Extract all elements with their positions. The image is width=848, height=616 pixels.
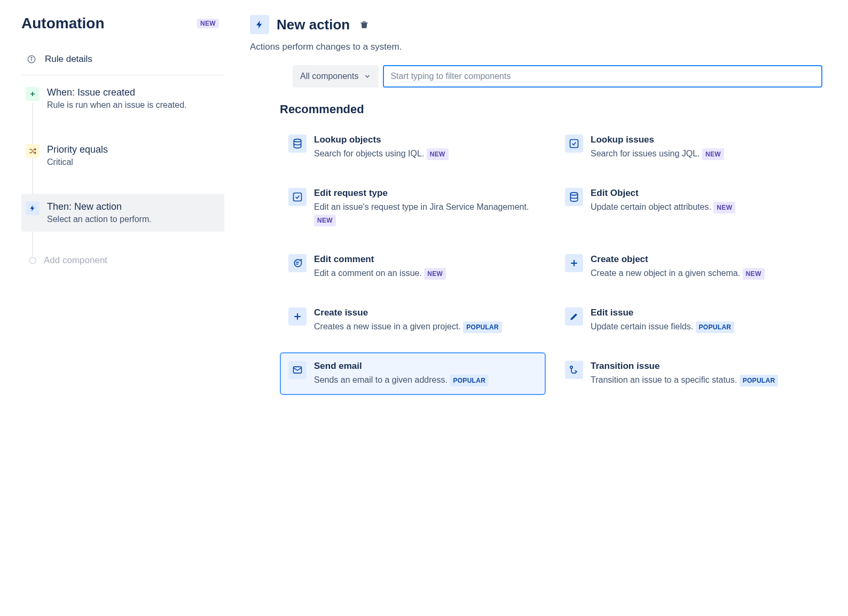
action-title: Edit request type — [314, 188, 537, 199]
action-desc: Creates a new issue in a given project. … — [314, 320, 502, 333]
page-title: Automation — [21, 15, 105, 32]
action-card[interactable]: Edit commentEdit a comment on an issue. … — [280, 246, 546, 288]
action-card[interactable]: Send emailSends an email to a given addr… — [280, 352, 546, 395]
action-desc: Update certain issue fields. POPULAR — [591, 320, 734, 333]
action-title: Edit Object — [591, 188, 735, 199]
checkbox-icon — [288, 188, 307, 206]
new-badge: NEW — [424, 268, 446, 280]
action-desc: Create a new object in a given schema. N… — [591, 267, 765, 280]
section-heading: Recommended — [280, 102, 822, 116]
add-component-label: Add component — [44, 255, 107, 266]
checkbox-icon — [565, 135, 583, 153]
action-card[interactable]: Create objectCreate a new object in a gi… — [556, 246, 822, 288]
step-desc: Select an action to perform. — [47, 215, 152, 224]
action-header: New action — [250, 15, 822, 34]
mail-icon — [288, 361, 307, 379]
action-title: Transition issue — [591, 361, 778, 372]
action-card[interactable]: Lookup objectsSearch for objects using I… — [280, 126, 546, 169]
rule-details-label: Rule details — [45, 54, 92, 65]
step-desc: Rule is run when an issue is created. — [47, 100, 186, 110]
database-icon — [565, 188, 583, 206]
page-header: Automation NEW — [21, 15, 224, 32]
pencil-icon — [565, 307, 583, 326]
popular-badge: POPULAR — [696, 321, 735, 333]
chevron-down-icon — [364, 73, 371, 80]
action-title: Send email — [314, 361, 489, 372]
action-desc: Edit a comment on an issue. NEW — [314, 267, 446, 280]
components-dropdown[interactable]: All components — [293, 65, 379, 88]
action-grid: Lookup objectsSearch for objects using I… — [280, 126, 822, 395]
info-icon — [26, 53, 37, 65]
action-title: Lookup objects — [314, 135, 449, 145]
plus-icon — [26, 87, 40, 101]
rule-steps: When: Issue created Rule is run when an … — [21, 80, 224, 270]
dropdown-label: All components — [300, 72, 358, 81]
action-desc: Search for objects using IQL. NEW — [314, 147, 449, 160]
step-then[interactable]: Then: New action Select an action to per… — [21, 194, 224, 232]
comment-icon — [288, 254, 307, 272]
action-title: Create object — [591, 254, 765, 265]
action-title: Create issue — [314, 307, 502, 318]
action-title: New action — [277, 17, 350, 33]
rule-details-link[interactable]: Rule details — [21, 47, 224, 75]
action-card[interactable]: Edit request typeEdit an issue's request… — [280, 179, 546, 235]
add-component-button[interactable]: Add component — [21, 251, 224, 270]
filter-input[interactable] — [383, 65, 822, 88]
action-desc: Sends an email to a given address. POPUL… — [314, 374, 489, 386]
transition-icon — [565, 361, 583, 379]
action-card[interactable]: Edit issueUpdate certain issue fields. P… — [556, 299, 822, 342]
rule-sidebar: Rule details When: Issue created Rule is… — [21, 47, 224, 270]
popular-badge: POPULAR — [740, 375, 779, 386]
action-title: Edit issue — [591, 307, 734, 318]
filter-row: All components — [293, 65, 822, 88]
popular-badge: POPULAR — [463, 321, 502, 333]
shuffle-icon — [26, 144, 40, 158]
step-title: Then: New action — [47, 201, 152, 212]
plus-icon — [565, 254, 583, 272]
action-desc: Search for issues using JQL. NEW — [591, 147, 724, 160]
bolt-icon — [26, 201, 40, 215]
action-desc: Update certain object attributes. NEW — [591, 201, 735, 214]
new-badge: NEW — [702, 148, 724, 160]
action-title: Lookup issues — [591, 135, 724, 145]
step-title: When: Issue created — [47, 87, 186, 98]
action-card[interactable]: Transition issueTransition an issue to a… — [556, 352, 822, 395]
action-card[interactable]: Lookup issuesSearch for issues using JQL… — [556, 126, 822, 169]
new-badge: NEW — [427, 148, 449, 160]
step-desc: Critical — [47, 157, 108, 167]
action-desc: Transition an issue to a specific status… — [591, 374, 778, 386]
step-title: Priority equals — [47, 144, 108, 155]
action-subtitle: Actions perform changes to a system. — [250, 42, 822, 52]
popular-badge: POPULAR — [450, 375, 489, 386]
new-badge: NEW — [713, 202, 735, 214]
step-condition[interactable]: Priority equals Critical — [21, 137, 224, 175]
empty-dot-icon — [29, 257, 36, 264]
database-icon — [288, 135, 307, 153]
bolt-icon — [250, 15, 269, 34]
new-badge: NEW — [197, 19, 219, 28]
step-connector — [32, 103, 33, 256]
svg-point-2 — [31, 57, 32, 58]
step-when[interactable]: When: Issue created Rule is run when an … — [21, 80, 224, 117]
action-card[interactable]: Edit ObjectUpdate certain object attribu… — [556, 179, 822, 235]
action-desc: Edit an issue's request type in Jira Ser… — [314, 201, 537, 226]
new-badge: NEW — [314, 215, 336, 226]
plus-icon — [288, 307, 307, 326]
new-badge: NEW — [743, 268, 765, 280]
delete-button[interactable] — [357, 18, 371, 31]
action-title: Edit comment — [314, 254, 446, 265]
action-card[interactable]: Create issueCreates a new issue in a giv… — [280, 299, 546, 342]
